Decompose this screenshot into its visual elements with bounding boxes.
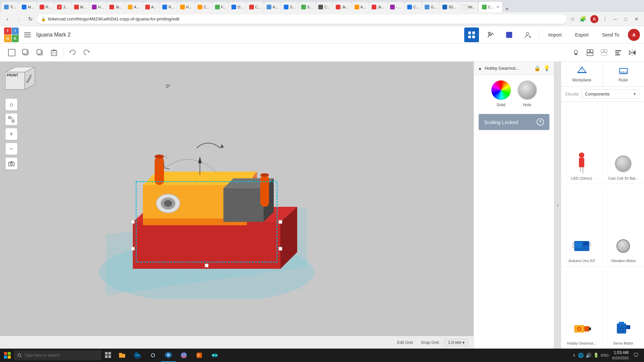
component-vibration-motor[interactable]: Vibration Motor (603, 184, 644, 266)
grid-view-button[interactable] (464, 27, 479, 42)
solid-option[interactable]: Solid (491, 80, 511, 107)
component-arduino[interactable]: Arduino Uno R3 (561, 184, 603, 266)
undo-button[interactable] (66, 46, 79, 59)
component-hobby-gearmotor[interactable]: Hobby Gearmot... (561, 266, 603, 349)
start-button[interactable] (1, 351, 13, 360)
close-button[interactable]: ✕ (632, 15, 641, 23)
object-visibility-button[interactable]: 💡 (543, 65, 550, 71)
tab-jk[interactable]: Jk... (107, 2, 125, 12)
tab-ua[interactable]: A... (264, 2, 281, 12)
taskbar-app-arduino[interactable] (207, 349, 222, 362)
zoom-in-button[interactable]: + (5, 128, 17, 140)
taskbar-app-chrome[interactable] (176, 349, 191, 362)
snap-grid-value[interactable]: 1.0 mm ▾ (444, 339, 468, 346)
tab-hv[interactable]: H... (177, 2, 195, 12)
home-view-button[interactable]: ⌂ (5, 99, 17, 111)
tab-ca[interactable]: C... (247, 2, 264, 12)
new-tab-button[interactable]: + (503, 6, 511, 12)
tab-m2[interactable]: M... (71, 2, 89, 12)
tab-c2[interactable]: C... (316, 2, 333, 12)
forward-button[interactable]: › (14, 14, 23, 24)
tab-gp[interactable]: G... (422, 2, 439, 12)
redo-button[interactable] (80, 46, 93, 59)
zoom-out-button[interactable]: − (5, 143, 17, 155)
group-button[interactable] (584, 46, 596, 59)
taskbar-app-fritzing[interactable]: F (192, 349, 207, 362)
tab-wi[interactable]: Wi... (459, 2, 478, 12)
tab-h[interactable]: H... (89, 2, 106, 12)
camera-button[interactable] (5, 158, 17, 170)
tab-jk3[interactable]: Jk... (369, 2, 387, 12)
bookmark-button[interactable]: ☆ (569, 14, 576, 23)
viewport[interactable]: FRONT RIGHT ⌂ + − (0, 62, 474, 349)
learn-button[interactable] (502, 27, 517, 42)
taskbar-app-malwarebytes[interactable]: M (161, 349, 176, 362)
url-input[interactable] (48, 16, 563, 21)
scaling-locked-button[interactable]: Scaling Locked ? (479, 114, 549, 130)
tinkercad-logo[interactable]: T I N K (4, 27, 19, 42)
component-coin-cell[interactable]: Coin Cell 3V Bat... (603, 102, 644, 184)
send-to-button[interactable]: Send To (597, 29, 624, 40)
taskbar-search[interactable] (14, 350, 101, 360)
workplane-button[interactable]: Workplane (561, 62, 603, 86)
minimize-button[interactable]: ─ (611, 15, 620, 23)
tab-3d[interactable]: 3D... (440, 2, 459, 12)
maximize-button[interactable]: □ (622, 15, 630, 23)
fit-view-button[interactable] (5, 113, 17, 125)
hint-light-button[interactable] (570, 46, 582, 59)
tab-num[interactable]: 3 3... (54, 2, 71, 12)
align-button[interactable] (612, 46, 625, 59)
component-servo-motor[interactable]: Servo Motor (603, 266, 644, 349)
tab-yt[interactable]: A... (143, 2, 160, 12)
hamburger-menu-button[interactable] (23, 30, 32, 40)
taskbar-app-steam[interactable] (146, 349, 160, 362)
taskbar-app-edge[interactable] (130, 349, 145, 362)
build-button[interactable] (483, 27, 498, 42)
export-button[interactable]: Export (570, 29, 593, 40)
tab-c3[interactable]: C... (405, 2, 422, 12)
clock[interactable]: 1:03 AM 8/23/2020 (611, 350, 630, 360)
import-button[interactable]: Import (544, 29, 567, 40)
notification-button[interactable]: 🗨 (632, 351, 640, 360)
hole-option[interactable]: Hole (518, 80, 537, 107)
volume-icon[interactable]: 🔊 (586, 353, 591, 358)
ruler-button[interactable]: Ruler (603, 62, 644, 86)
browser-settings-button[interactable]: ⋮ (601, 14, 609, 23)
extensions-button[interactable]: 🧩 (578, 14, 588, 23)
component-led[interactable]: LED (10mm) (561, 102, 603, 184)
nav-cube[interactable]: FRONT RIGHT (5, 67, 36, 92)
tab-a[interactable]: A... (125, 2, 142, 12)
tab-r[interactable]: R... (37, 2, 54, 12)
reload-button[interactable]: ↻ (25, 14, 35, 24)
tab-sw[interactable]: S... (299, 2, 316, 12)
delete-button[interactable] (48, 46, 60, 59)
tab-a2[interactable]: A... (352, 2, 369, 12)
tab-jk2[interactable]: Jk... (333, 2, 351, 12)
tab-dash[interactable]: - ... (387, 2, 404, 12)
tab-tinkercad[interactable]: Ti... (1, 2, 19, 12)
panel-toggle-chevron[interactable]: › (554, 62, 561, 349)
components-dropdown[interactable]: Components ▼ (581, 89, 640, 99)
user-avatar[interactable]: A (628, 29, 640, 41)
tab-g[interactable]: R... (160, 2, 177, 12)
object-lock-button[interactable]: 🔒 (534, 65, 541, 71)
new-shape-button[interactable] (5, 46, 18, 59)
duplicate-button[interactable] (34, 46, 46, 59)
tab-close-active[interactable]: ✕ (496, 5, 499, 9)
tab-m1[interactable]: M... (19, 2, 37, 12)
copy-button[interactable] (19, 46, 32, 59)
tab-active[interactable]: C... ✕ (478, 1, 503, 12)
tab-d[interactable]: D... (229, 2, 246, 12)
ungroup-button[interactable] (598, 46, 610, 59)
profile-button[interactable]: A (590, 14, 599, 24)
network-icon[interactable]: 🌐 (578, 353, 584, 358)
tab-c[interactable]: C... (195, 2, 212, 12)
taskbar-search-input[interactable] (24, 353, 98, 358)
add-user-button[interactable] (521, 27, 535, 42)
edit-grid-button[interactable]: Edit Grid (394, 339, 416, 346)
tab-sh[interactable]: S... (281, 2, 298, 12)
task-view-button[interactable] (103, 350, 113, 361)
collapse-button[interactable]: ▲ (478, 66, 482, 71)
taskbar-app-explorer[interactable] (115, 349, 129, 362)
back-button[interactable]: ‹ (3, 14, 12, 24)
